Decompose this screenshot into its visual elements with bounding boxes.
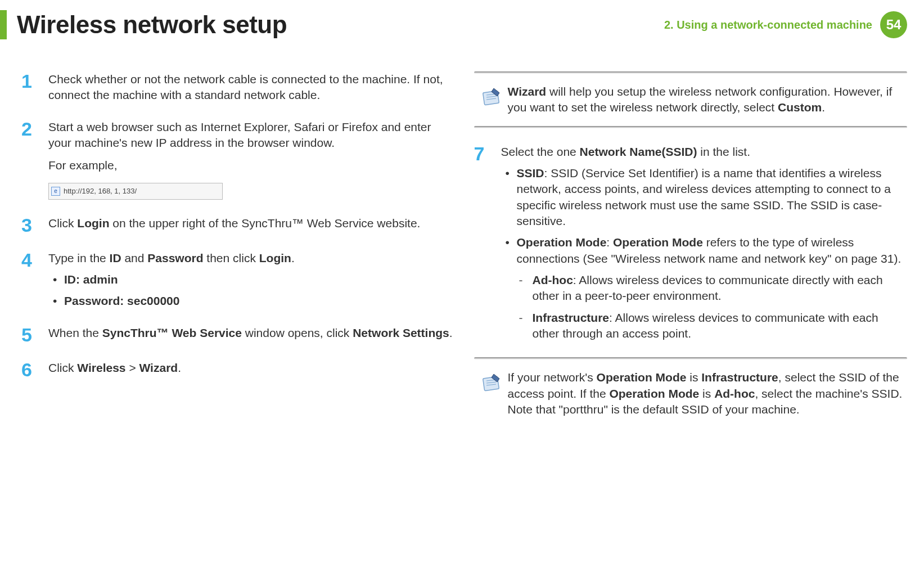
step-text: Type in the ID and Password then click L… (48, 250, 455, 309)
text: will help you setup the wireless network… (508, 85, 893, 114)
step-number: 4 (21, 250, 48, 309)
content-area: 1 Check whether or not the network cable… (0, 53, 924, 436)
bold: Operation Mode (597, 371, 687, 384)
step-2: 2 Start a web browser such as Internet E… (21, 119, 455, 200)
right-column: Wizard will help you setup the wireless … (474, 71, 908, 436)
bold: Network Settings (353, 326, 449, 339)
note-opmode: If your network's Operation Mode is Infr… (474, 357, 908, 420)
text: . (822, 101, 825, 114)
bold: Password (147, 251, 203, 264)
text: Select the one (501, 145, 580, 158)
left-column: 1 Check whether or not the network cable… (21, 71, 455, 436)
note-icon (476, 370, 508, 417)
step-3: 3 Click Login on the upper right of the … (21, 215, 455, 235)
text: When the (48, 326, 102, 339)
text: : (606, 236, 613, 249)
header-right: 2. Using a network-connected machine 54 (664, 11, 907, 38)
page-header: Wireless network setup 2. Using a networ… (0, 0, 924, 53)
divider (474, 357, 908, 359)
divider (474, 71, 908, 74)
bold: Network Name(SSID) (580, 145, 697, 158)
bold: SSID (517, 167, 544, 179)
text: If your network's (508, 371, 597, 384)
bold: SyncThru™ Web Service (102, 326, 242, 339)
bold: Operation Mode (517, 236, 607, 249)
text: . (449, 326, 453, 339)
bold: Login (77, 217, 109, 230)
note-text: If your network's Operation Mode is Infr… (508, 370, 903, 417)
sub-text: For example, (48, 158, 455, 173)
list-item: • ID: admin (48, 272, 455, 287)
text: Click (48, 217, 77, 230)
bold: Operation Mode (609, 387, 699, 400)
note-icon (476, 84, 508, 116)
page-title: Wireless network setup (17, 11, 287, 39)
list-item: - Infrastructure: Allows wireless device… (517, 310, 908, 342)
browser-page-icon: e (51, 187, 60, 196)
ssid-info-list: • SSID: SSID (Service Set Identifier) is… (501, 165, 908, 341)
step-text: When the SyncThru™ Web Service window op… (48, 325, 455, 344)
divider (474, 126, 908, 128)
step-4: 4 Type in the ID and Password then click… (21, 250, 455, 309)
step-7: 7 Select the one Network Name(SSID) in t… (474, 144, 908, 342)
step-5: 5 When the SyncThru™ Web Service window … (21, 325, 455, 344)
list-item: • Password: sec00000 (48, 293, 455, 309)
bullet-icon: • (48, 293, 64, 309)
step-number: 7 (474, 144, 501, 342)
bold: Login (259, 251, 291, 264)
bold: Wizard (139, 361, 178, 374)
list-text: Operation Mode: Operation Mode refers to… (517, 235, 908, 341)
text: window opens, click (242, 326, 353, 339)
bold: Wizard (508, 85, 547, 98)
step-number: 2 (21, 119, 48, 200)
note-text: Wizard will help you setup the wireless … (508, 84, 903, 116)
step-number: 6 (21, 360, 48, 379)
list-text: ID: admin (64, 272, 455, 287)
url-text: http://192, 168, 1, 133/ (64, 186, 137, 196)
bold: Ad-hoc (533, 273, 573, 286)
bullet-icon: • (48, 272, 64, 287)
step-text: Click Wireless > Wizard. (48, 360, 455, 379)
bold: Operation Mode (613, 236, 703, 249)
header-left: Wireless network setup (0, 10, 287, 39)
list-item: • Operation Mode: Operation Mode refers … (501, 235, 908, 341)
credentials-list: • ID: admin • Password: sec00000 (48, 272, 455, 309)
text: then click (204, 251, 259, 264)
list-item: - Ad-hoc: Allows wireless devices to com… (517, 272, 908, 304)
bold: Infrastructure (701, 371, 778, 384)
step-text: Select the one Network Name(SSID) in the… (501, 144, 908, 342)
note-content: If your network's Operation Mode is Infr… (474, 367, 908, 420)
step-number: 1 (21, 71, 48, 104)
list-text: Ad-hoc: Allows wireless devices to commu… (533, 272, 908, 304)
step-number: 3 (21, 215, 48, 235)
bullet-icon: • (501, 235, 517, 341)
step-text: Click Login on the upper right of the Sy… (48, 215, 455, 235)
list-text: SSID: SSID (Service Set Identifier) is a… (517, 165, 908, 229)
list-text: Infrastructure: Allows wireless devices … (533, 310, 908, 342)
accent-bar (0, 10, 7, 39)
text: on the upper right of the SyncThru™ Web … (110, 217, 421, 230)
bold: Ad-hoc (714, 387, 755, 400)
step-number: 5 (21, 325, 48, 344)
list-item: • SSID: SSID (Service Set Identifier) is… (501, 165, 908, 229)
bold: Custom (778, 101, 822, 114)
opmode-sublist: - Ad-hoc: Allows wireless devices to com… (517, 272, 908, 341)
list-text: Password: sec00000 (64, 293, 455, 309)
bold: Infrastructure (533, 311, 610, 324)
text: Start a web browser such as Internet Exp… (48, 120, 431, 149)
bold: ID (110, 251, 121, 264)
text: Click (48, 361, 77, 374)
text: . (178, 361, 181, 374)
step-6: 6 Click Wireless > Wizard. (21, 360, 455, 379)
note-wizard: Wizard will help you setup the wireless … (474, 71, 908, 128)
step-1: 1 Check whether or not the network cable… (21, 71, 455, 104)
text: : SSID (Service Set Identifier) is a nam… (517, 167, 891, 227)
text: in the list. (697, 145, 751, 158)
step-text: Check whether or not the network cable i… (48, 71, 455, 104)
dash-icon: - (517, 272, 533, 304)
text: is (699, 387, 714, 400)
text: : Allows wireless devices to communicate… (533, 273, 883, 302)
text: Type in the (48, 251, 110, 264)
step-text: Start a web browser such as Internet Exp… (48, 119, 455, 200)
text: is (686, 371, 701, 384)
